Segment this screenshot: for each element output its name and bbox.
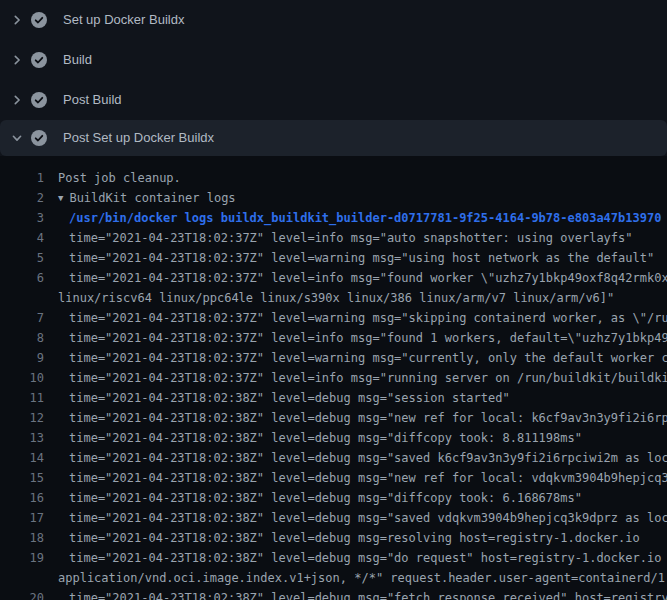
log-line-text: time="2021-04-23T18:02:37Z" level=info m… [44,268,667,288]
chevron-down-icon [11,132,23,144]
log-line: 5time="2021-04-23T18:02:37Z" level=warni… [0,248,667,268]
check-circle-icon [31,12,47,28]
step-row-set-up-docker-buildx[interactable]: Set up Docker Buildx [0,0,667,40]
step-title: Post Set up Docker Buildx [63,130,214,146]
log-line: 2▼BuildKit container logs [0,188,667,208]
log-line-text: time="2021-04-23T18:02:38Z" level=debug … [44,528,640,548]
log-line: 10time="2021-04-23T18:02:37Z" level=info… [0,368,667,388]
log-line-number[interactable]: 19 [0,548,44,568]
log-line-number[interactable]: 9 [0,348,44,368]
log-line-text: time="2021-04-23T18:02:38Z" level=debug … [44,448,667,468]
disclosure-triangle-icon[interactable]: ▼ [58,188,63,208]
log-line: 15time="2021-04-23T18:02:38Z" level=debu… [0,468,667,488]
log-line-number[interactable]: 15 [0,468,44,488]
log-line: 13time="2021-04-23T18:02:38Z" level=debu… [0,428,667,448]
log-line-text: time="2021-04-23T18:02:37Z" level=info m… [44,368,667,388]
log-line: 14time="2021-04-23T18:02:38Z" level=debu… [0,448,667,468]
log-line-number[interactable]: 2 [0,188,44,208]
log-line: linux/riscv64 linux/ppc64le linux/s390x … [0,288,667,308]
log-line: 16time="2021-04-23T18:02:38Z" level=debu… [0,488,667,508]
log-line-text: time="2021-04-23T18:02:38Z" level=debug … [44,588,667,600]
check-circle-icon [31,130,47,146]
step-row-build[interactable]: Build [0,40,667,80]
log-line: 6time="2021-04-23T18:02:37Z" level=info … [0,268,667,288]
log-line-text: linux/riscv64 linux/ppc64le linux/s390x … [44,288,614,308]
log-line-number[interactable]: 4 [0,228,44,248]
log-line-text: time="2021-04-23T18:02:37Z" level=info m… [44,228,633,248]
log-line-number[interactable]: 7 [0,308,44,328]
log-line-text: time="2021-04-23T18:02:37Z" level=info m… [44,328,667,348]
log-line-number[interactable]: 17 [0,508,44,528]
log-line: 19time="2021-04-23T18:02:38Z" level=debu… [0,548,667,568]
log-line: 3/usr/bin/docker logs buildx_buildkit_bu… [0,208,667,228]
check-circle-icon [31,52,47,68]
log-line: 4time="2021-04-23T18:02:37Z" level=info … [0,228,667,248]
log-group-label[interactable]: BuildKit container logs [69,191,235,205]
log-line-number[interactable]: 13 [0,428,44,448]
log-line-number[interactable]: 16 [0,488,44,508]
log-line-number[interactable]: 1 [0,168,44,188]
log-line-text: ▼BuildKit container logs [44,188,236,208]
log-line: 7time="2021-04-23T18:02:37Z" level=warni… [0,308,667,328]
log-line-number[interactable]: 5 [0,248,44,268]
step-title: Build [63,52,92,68]
log-line-number[interactable]: 14 [0,448,44,468]
log-line-text: time="2021-04-23T18:02:38Z" level=debug … [44,428,582,448]
log-line-text: time="2021-04-23T18:02:37Z" level=warnin… [44,248,654,268]
log-line-text: time="2021-04-23T18:02:38Z" level=debug … [44,388,510,408]
log-line-number[interactable]: 11 [0,388,44,408]
steps-list: Set up Docker BuildxBuildPost BuildPost … [0,0,667,156]
log-line-number [0,568,44,588]
log-line-number[interactable]: 10 [0,368,44,388]
log-command-text: /usr/bin/docker logs buildx_buildkit_bui… [44,208,661,228]
step-title: Post Build [63,92,122,108]
log-line: 12time="2021-04-23T18:02:38Z" level=debu… [0,408,667,428]
log-line-number[interactable]: 20 [0,588,44,600]
log-line-text: time="2021-04-23T18:02:37Z" level=warnin… [44,308,667,328]
log-line: 8time="2021-04-23T18:02:37Z" level=info … [0,328,667,348]
log-line-text: Post job cleanup. [44,168,181,188]
log-line: 1Post job cleanup. [0,168,667,188]
chevron-right-icon [11,94,23,106]
log-line-text: application/vnd.oci.image.index.v1+json,… [44,568,667,588]
log-line: 20time="2021-04-23T18:02:38Z" level=debu… [0,588,667,600]
log-line-number[interactable]: 3 [0,208,44,228]
chevron-right-icon [11,54,23,66]
log-line-text: time="2021-04-23T18:02:38Z" level=debug … [44,488,582,508]
log-line: 18time="2021-04-23T18:02:38Z" level=debu… [0,528,667,548]
step-row-post-set-up-docker-buildx[interactable]: Post Set up Docker Buildx [0,120,667,156]
log-line: 9time="2021-04-23T18:02:37Z" level=warni… [0,348,667,368]
log-viewer[interactable]: 1Post job cleanup.2▼BuildKit container l… [0,156,667,600]
log-line: 11time="2021-04-23T18:02:38Z" level=debu… [0,388,667,408]
chevron-right-icon [11,14,23,26]
log-line-number[interactable]: 8 [0,328,44,348]
log-line-text: time="2021-04-23T18:02:37Z" level=warnin… [44,348,667,368]
log-line-number[interactable]: 18 [0,528,44,548]
log-line-number[interactable]: 12 [0,408,44,428]
step-title: Set up Docker Buildx [63,12,184,28]
step-row-post-build[interactable]: Post Build [0,80,667,120]
log-line: 17time="2021-04-23T18:02:38Z" level=debu… [0,508,667,528]
log-line-text: time="2021-04-23T18:02:38Z" level=debug … [44,468,667,488]
check-circle-icon [31,92,47,108]
log-line-text: time="2021-04-23T18:02:38Z" level=debug … [44,408,667,428]
log-line-text: time="2021-04-23T18:02:38Z" level=debug … [44,508,667,528]
log-line-number[interactable]: 6 [0,268,44,288]
log-line-text: time="2021-04-23T18:02:38Z" level=debug … [44,548,667,568]
log-line: application/vnd.oci.image.index.v1+json,… [0,568,667,588]
log-line-number [0,288,44,308]
